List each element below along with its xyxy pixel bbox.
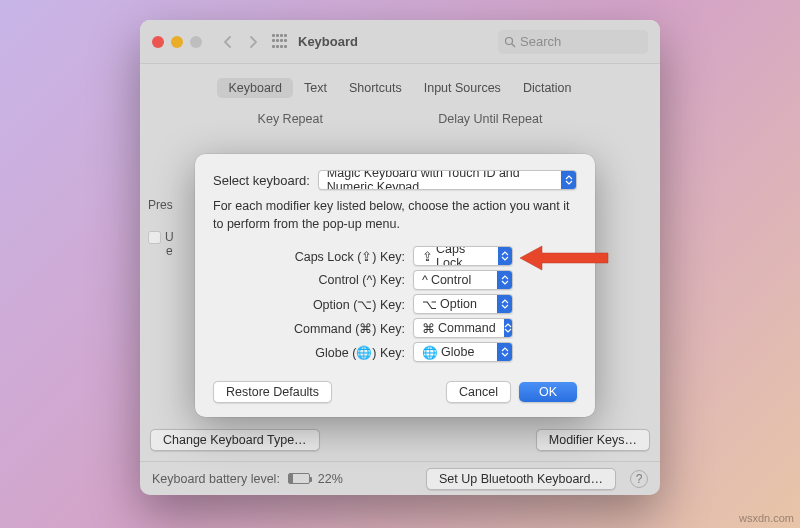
svg-marker-2	[520, 246, 608, 270]
command-popup[interactable]: ⌘Command	[413, 318, 513, 338]
chevron-updown-icon	[497, 343, 512, 361]
chevron-updown-icon	[504, 319, 512, 337]
keyboard-select-popup[interactable]: Magic Keyboard with Touch ID and Numeric…	[318, 170, 577, 190]
row-command: Command (⌘) Key: ⌘Command	[213, 317, 577, 339]
capslock-popup[interactable]: ⇪Caps Lock	[413, 246, 513, 266]
control-popup[interactable]: ^Control	[413, 270, 513, 290]
watermark: wsxdn.com	[739, 512, 794, 524]
modifier-keys-sheet: Select keyboard: Magic Keyboard with Tou…	[195, 154, 595, 417]
cancel-button[interactable]: Cancel	[446, 381, 511, 403]
sheet-button-row: Restore Defaults Cancel OK	[213, 381, 577, 403]
sheet-description: For each modifier key listed below, choo…	[213, 198, 577, 233]
obscured-text: Pres U e	[140, 188, 200, 368]
ok-button[interactable]: OK	[519, 382, 577, 402]
row-globe: Globe (🌐) Key: 🌐Globe	[213, 341, 577, 363]
option-popup[interactable]: ⌥Option	[413, 294, 513, 314]
annotation-arrow	[520, 243, 610, 273]
chevron-updown-icon	[497, 295, 512, 313]
globe-popup[interactable]: 🌐Globe	[413, 342, 513, 362]
restore-defaults-button[interactable]: Restore Defaults	[213, 381, 332, 403]
chevron-updown-icon	[561, 171, 576, 189]
select-keyboard-label: Select keyboard:	[213, 173, 310, 188]
chevron-updown-icon	[497, 271, 512, 289]
row-option: Option (⌥) Key: ⌥Option	[213, 293, 577, 315]
keyboard-select-value: Magic Keyboard with Touch ID and Numeric…	[319, 170, 561, 190]
chevron-updown-icon	[498, 247, 512, 265]
hidden-checkbox	[148, 231, 161, 244]
